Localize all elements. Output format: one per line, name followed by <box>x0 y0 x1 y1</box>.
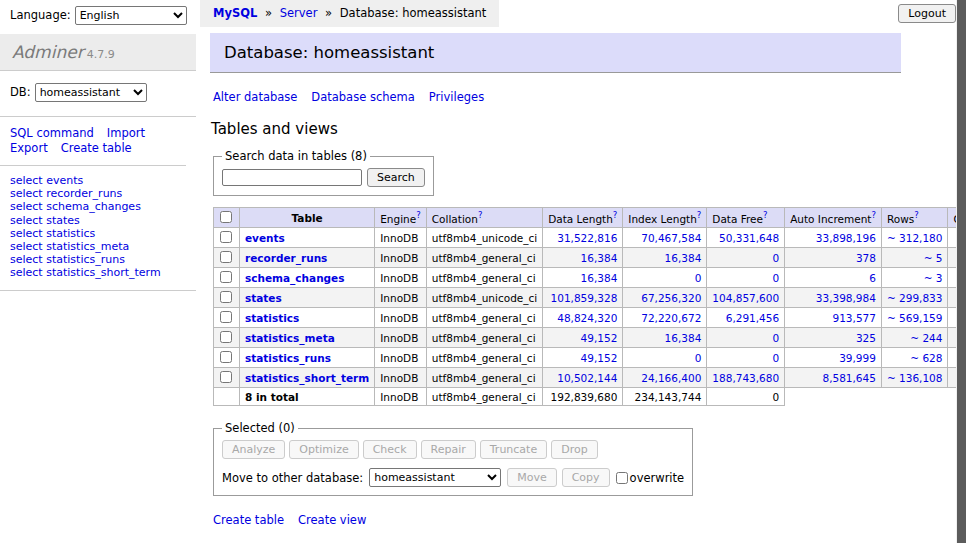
help-link-index-length[interactable]: ? <box>697 210 702 220</box>
help-link-auto-increment[interactable]: ? <box>871 210 876 220</box>
statistics-index-length-link[interactable]: 72,220,672 <box>641 312 701 324</box>
schema-changes-rows-link[interactable]: ~ 3 <box>924 272 943 284</box>
row-checkbox-recorder-runs[interactable] <box>220 251 232 263</box>
schema-changes-data-free-link[interactable]: 0 <box>772 272 779 284</box>
statistics-rows-link[interactable]: ~ 569,159 <box>887 312 943 324</box>
statistics-meta-index-length-link[interactable]: 16,384 <box>665 332 702 344</box>
optimize-button[interactable]: Optimize <box>289 440 358 459</box>
move-button[interactable]: Move <box>507 468 557 487</box>
table-link-schema-changes[interactable]: schema_changes <box>245 272 345 284</box>
table-link-events[interactable]: events <box>245 232 285 244</box>
create-link-create-view[interactable]: Create view <box>298 513 366 527</box>
statistics-auto-increment-link[interactable]: 913,577 <box>833 312 876 324</box>
statistics-meta-data-free-link[interactable]: 0 <box>772 332 779 344</box>
row-checkbox-statistics-runs[interactable] <box>220 351 232 363</box>
statistics-runs-index-length-link[interactable]: 0 <box>695 352 702 364</box>
sidebar-table-link-select-statistics-short-term[interactable]: select statistics_short_term <box>10 266 196 279</box>
statistics-data-free-link[interactable]: 6,291,456 <box>726 312 779 324</box>
statistics-runs-auto-increment-link[interactable]: 39,999 <box>839 352 876 364</box>
help-link-data-length[interactable]: ? <box>613 210 618 220</box>
analyze-button[interactable]: Analyze <box>222 440 285 459</box>
sidebar-table-link-select-events[interactable]: select events <box>10 174 196 187</box>
row-checkbox-statistics-meta[interactable] <box>220 331 232 343</box>
table-link-statistics-meta[interactable]: statistics_meta <box>245 332 335 344</box>
sidebar-table-link-select-statistics-meta[interactable]: select statistics_meta <box>10 240 196 253</box>
statistics-short-term-data-length-link[interactable]: 10,502,144 <box>557 372 617 384</box>
check-button[interactable]: Check <box>363 440 417 459</box>
states-auto-increment-link[interactable]: 33,398,984 <box>816 292 876 304</box>
statistics-meta-data-length-link[interactable]: 49,152 <box>581 332 618 344</box>
table-link-statistics-runs[interactable]: statistics_runs <box>245 352 331 364</box>
search-button[interactable]: Search <box>367 168 425 187</box>
statistics-short-term-auto-increment-link[interactable]: 8,581,645 <box>822 372 875 384</box>
recorder-runs-auto-increment-link[interactable]: 378 <box>856 252 876 264</box>
logout-button[interactable]: Logout <box>898 4 956 23</box>
states-rows-link[interactable]: ~ 299,833 <box>887 292 943 304</box>
table-link-states[interactable]: states <box>245 292 282 304</box>
table-link-recorder-runs[interactable]: recorder_runs <box>245 252 327 264</box>
schema-changes-auto-increment-link[interactable]: 6 <box>869 272 876 284</box>
statistics-short-term-data-free-link[interactable]: 188,743,680 <box>712 372 779 384</box>
row-checkbox-schema-changes[interactable] <box>220 271 232 283</box>
sidebar-table-link-select-statistics[interactable]: select statistics <box>10 227 196 240</box>
breadcrumb-mysql-link[interactable]: MySQL <box>213 6 257 20</box>
row-checkbox-states[interactable] <box>220 291 232 303</box>
states-data-length-link[interactable]: 101,859,328 <box>551 292 618 304</box>
help-link-rows[interactable]: ? <box>914 210 919 220</box>
help-link-collation[interactable]: ? <box>478 210 483 220</box>
sidebar-table-link-select-recorder-runs[interactable]: select recorder_runs <box>10 187 196 200</box>
sidebar-link-sql-command[interactable]: SQL command <box>10 126 94 141</box>
events-auto-increment-link[interactable]: 33,898,196 <box>816 232 876 244</box>
truncate-button[interactable]: Truncate <box>480 440 547 459</box>
scrollbar-thumb[interactable] <box>957 0 966 543</box>
row-checkbox-statistics[interactable] <box>220 311 232 323</box>
help-link-data-free[interactable]: ? <box>763 210 768 220</box>
search-input[interactable] <box>222 169 362 186</box>
statistics-data-length-link[interactable]: 48,824,320 <box>557 312 617 324</box>
copy-button[interactable]: Copy <box>562 468 610 487</box>
events-data-length-link[interactable]: 31,522,816 <box>557 232 617 244</box>
db-link-alter-database[interactable]: Alter database <box>213 90 297 104</box>
recorder-runs-data-length-link[interactable]: 16,384 <box>581 252 618 264</box>
row-checkbox-statistics-short-term[interactable] <box>220 371 232 383</box>
sidebar-table-link-select-statistics-runs[interactable]: select statistics_runs <box>10 253 196 266</box>
statistics-short-term-rows-link[interactable]: ~ 136,108 <box>887 372 943 384</box>
drop-button[interactable]: Drop <box>551 440 597 459</box>
events-index-length-link[interactable]: 70,467,584 <box>641 232 701 244</box>
statistics-runs-data-free-link[interactable]: 0 <box>772 352 779 364</box>
row-checkbox-events[interactable] <box>220 231 232 243</box>
states-index-length-link[interactable]: 67,256,320 <box>641 292 701 304</box>
breadcrumb-server-link[interactable]: Server <box>280 6 318 20</box>
recorder-runs-data-free-link[interactable]: 0 <box>772 252 779 264</box>
recorder-runs-index-length-link[interactable]: 16,384 <box>665 252 702 264</box>
db-link-privileges[interactable]: Privileges <box>429 90 484 104</box>
states-data-free-link[interactable]: 104,857,600 <box>712 292 779 304</box>
db-select[interactable]: homeassistant <box>35 83 147 102</box>
select-all-checkbox[interactable] <box>220 211 232 223</box>
help-link-engine[interactable]: ? <box>416 210 421 220</box>
table-link-statistics[interactable]: statistics <box>245 312 299 324</box>
statistics-short-term-index-length-link[interactable]: 24,166,400 <box>641 372 701 384</box>
schema-changes-index-length-link[interactable]: 0 <box>695 272 702 284</box>
move-database-select[interactable]: homeassistant <box>369 468 501 487</box>
language-select[interactable]: English <box>75 6 187 25</box>
schema-changes-data-length-link[interactable]: 16,384 <box>581 272 618 284</box>
engine-cell: InnoDB <box>375 328 427 348</box>
sidebar-link-export[interactable]: Export <box>10 141 48 156</box>
statistics-meta-auto-increment-link[interactable]: 325 <box>856 332 876 344</box>
events-rows-link[interactable]: ~ 312,180 <box>887 232 943 244</box>
statistics-meta-rows-link[interactable]: ~ 244 <box>910 332 942 344</box>
sidebar-table-link-select-schema-changes[interactable]: select schema_changes <box>10 200 196 213</box>
table-link-statistics-short-term[interactable]: statistics_short_term <box>245 372 369 384</box>
create-link-create-table[interactable]: Create table <box>213 513 284 527</box>
statistics-runs-rows-link[interactable]: ~ 628 <box>910 352 942 364</box>
events-data-free-link[interactable]: 50,331,648 <box>719 232 779 244</box>
recorder-runs-rows-link[interactable]: ~ 5 <box>924 252 943 264</box>
repair-button[interactable]: Repair <box>421 440 476 459</box>
statistics-runs-data-length-link[interactable]: 49,152 <box>581 352 618 364</box>
sidebar-link-create-table[interactable]: Create table <box>61 141 132 156</box>
sidebar-table-link-select-states[interactable]: select states <box>10 214 196 227</box>
db-link-database-schema[interactable]: Database schema <box>311 90 414 104</box>
overwrite-checkbox[interactable] <box>616 472 628 484</box>
sidebar-link-import[interactable]: Import <box>107 126 145 141</box>
